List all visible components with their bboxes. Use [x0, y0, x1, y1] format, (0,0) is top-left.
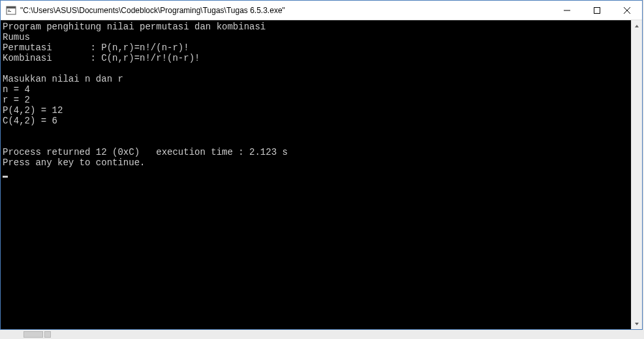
window-title: "C:\Users\ASUS\Documents\Codeblock\Progr…: [20, 6, 552, 15]
vertical-scrollbar[interactable]: [631, 20, 642, 329]
app-icon: [6, 5, 16, 16]
window-controls: [552, 1, 642, 20]
maximize-button[interactable]: [582, 1, 612, 20]
close-button[interactable]: [612, 1, 642, 20]
svg-rect-2: [8, 10, 10, 10]
cursor: [3, 176, 8, 178]
console-window: "C:\Users\ASUS\Documents\Codeblock\Progr…: [0, 0, 643, 330]
scroll-down-arrow-icon[interactable]: [632, 318, 642, 329]
svg-rect-5: [594, 8, 600, 14]
background-window-strip: [0, 330, 644, 339]
svg-rect-1: [7, 7, 16, 8]
minimize-button[interactable]: [552, 1, 582, 20]
scroll-up-arrow-icon[interactable]: [632, 20, 642, 31]
svg-rect-3: [8, 11, 11, 12]
content-area: Program penghitung nilai permutasi dan k…: [1, 20, 642, 329]
scroll-track[interactable]: [632, 31, 642, 318]
titlebar[interactable]: "C:\Users\ASUS\Documents\Codeblock\Progr…: [1, 1, 642, 20]
console-output[interactable]: Program penghitung nilai permutasi dan k…: [1, 20, 631, 329]
